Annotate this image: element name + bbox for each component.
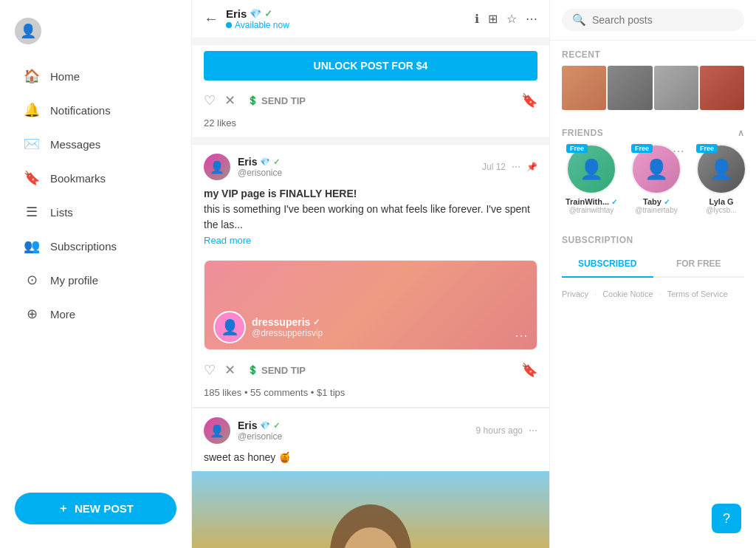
- post-stats: 22 likes: [192, 114, 549, 137]
- info-icon[interactable]: ℹ: [475, 12, 479, 26]
- verified-icon: ✓: [264, 8, 272, 19]
- creator-more-icon[interactable]: ⋯: [515, 327, 528, 343]
- vip-like-button[interactable]: ♡: [204, 362, 216, 378]
- recent-section-title: RECENT: [550, 41, 756, 66]
- sidebar-item-subscriptions[interactable]: 👥 Subscriptions: [6, 229, 185, 263]
- sidebar-item-bookmarks[interactable]: 🔖 Bookmarks: [6, 161, 185, 195]
- read-more-link[interactable]: Read more: [204, 235, 251, 246]
- honey-post-user: 👤 Eris 💎 ✓ @erisonice: [204, 417, 282, 444]
- recent-thumb-4[interactable]: [700, 66, 744, 110]
- post-more-icon[interactable]: ⋯: [512, 162, 520, 172]
- honey-post-body: sweet as honey 🍯: [192, 450, 549, 471]
- sidebar-item-label: Subscriptions: [50, 240, 117, 253]
- send-tip-button[interactable]: 💲 SEND TIP: [247, 95, 306, 106]
- unlock-button[interactable]: UNLOCK POST FOR $4: [204, 51, 537, 81]
- search-bar: 🔍: [550, 0, 756, 41]
- vip-bookmark-button[interactable]: 🔖: [521, 362, 537, 378]
- creator-name: dressuperis ✓: [252, 316, 323, 328]
- post-verified-diamond: 💎: [260, 157, 270, 167]
- search-input-wrap: 🔍: [562, 9, 744, 31]
- post-meta: Jul 12 ⋯ 📌: [482, 162, 537, 172]
- friend-verified-1: ✓: [664, 198, 670, 206]
- sidebar-item-messages[interactable]: ✉️ Messages: [6, 127, 185, 161]
- new-post-button[interactable]: ＋ NEW POST: [15, 493, 176, 524]
- more-icon: ⊕: [24, 306, 40, 322]
- vip-post-actions: ♡ ✕ 💲 SEND TIP 🔖: [192, 356, 549, 384]
- more-actions-icon[interactable]: ⋯: [526, 12, 537, 26]
- diamond-icon: 💎: [250, 8, 261, 19]
- honey-username: Eris 💎 ✓: [238, 419, 282, 431]
- creator-card: 👤 dressuperis ✓ @dressupperisvip ⋯: [204, 260, 537, 350]
- friends-section-title: FRIENDS ∧: [550, 119, 756, 144]
- post-user: 👤 Eris 💎 ✓ @erisonice: [204, 154, 282, 180]
- sidebar-item-label: Lists: [50, 206, 73, 219]
- friend-card-1: 👤 Free ⋯ Taby ✓ @trainertaby: [627, 144, 686, 214]
- post-actions: ♡ ✕ 💲 SEND TIP 🔖: [192, 86, 549, 114]
- star-icon[interactable]: ☆: [506, 12, 517, 26]
- bookmarks-icon: 🔖: [24, 170, 40, 186]
- dislike-button[interactable]: ✕: [224, 92, 236, 109]
- honey-more-icon[interactable]: ⋯: [529, 425, 537, 436]
- subscription-tabs: SUBSCRIBED FOR FREE: [562, 251, 744, 278]
- friend-free-badge-2: Free: [696, 144, 718, 153]
- vip-dislike-button[interactable]: ✕: [224, 362, 236, 378]
- locked-post: UNLOCK POST FOR $4 ♡ ✕ 💲 SEND TIP 🔖 22 l…: [192, 44, 549, 138]
- honey-post-header: 👤 Eris 💎 ✓ @erisonice 9 hours ago ⋯: [192, 408, 549, 450]
- sidebar-item-more[interactable]: ⊕ More: [6, 297, 185, 331]
- profile-icon: ⊙: [24, 272, 40, 288]
- sidebar-item-notifications[interactable]: 🔔 Notifications: [6, 93, 185, 127]
- tos-link[interactable]: Terms of Service: [667, 290, 728, 298]
- friend-avatar-wrap-2: 👤 Free: [696, 144, 746, 194]
- friend-more-button-1[interactable]: ⋯: [673, 144, 684, 158]
- square-icon[interactable]: ⊞: [488, 12, 498, 26]
- honey-post-image: [192, 471, 549, 548]
- bookmark-button[interactable]: 🔖: [521, 92, 537, 109]
- friends-grid: 👤 Free TrainWith... ✓ @trainwithtay 👤 Fr…: [550, 144, 756, 226]
- sidebar-item-label: Home: [50, 70, 80, 83]
- vip-send-tip-button[interactable]: 💲 SEND TIP: [247, 365, 306, 376]
- tip-dollar-icon: 💲: [247, 95, 258, 106]
- sidebar-item-home[interactable]: 🏠 Home: [6, 59, 185, 93]
- friend-avatar-wrap-0: 👤 Free: [566, 144, 616, 194]
- profile-header-actions: ℹ ⊞ ☆ ⋯: [475, 12, 537, 26]
- home-icon: 🏠: [24, 68, 40, 84]
- honey-post: 👤 Eris 💎 ✓ @erisonice 9 hours ago ⋯: [192, 408, 549, 548]
- creator-avatar: 👤: [213, 311, 246, 343]
- friend-verified-0: ✓: [611, 198, 617, 206]
- creator-name-block: dressuperis ✓ @dressupperisvip: [252, 316, 323, 338]
- friend-free-badge-1: Free: [631, 144, 653, 153]
- honey-verified-diamond: 💎: [260, 421, 270, 431]
- search-input[interactable]: [592, 14, 734, 26]
- subscribed-tab[interactable]: SUBSCRIBED: [562, 251, 653, 278]
- footer-links: Privacy · Cookie Notice · Terms of Servi…: [550, 278, 756, 310]
- help-button[interactable]: ?: [712, 504, 741, 533]
- profile-header-left: ← Eris 💎 ✓ Available now: [204, 7, 289, 30]
- creator-handle: @dressupperisvip: [252, 328, 323, 338]
- recent-thumb-3[interactable]: [654, 66, 698, 110]
- back-button[interactable]: ←: [204, 10, 219, 27]
- profile-name-block: Eris 💎 ✓ Available now: [226, 7, 289, 30]
- vip-tip-dollar-icon: 💲: [247, 365, 258, 375]
- recent-thumb-2[interactable]: [608, 66, 652, 110]
- recent-thumb-1[interactable]: [562, 66, 606, 110]
- sidebar-item-lists[interactable]: ☰ Lists: [6, 195, 185, 229]
- honey-user-info: Eris 💎 ✓ @erisonice: [238, 419, 282, 442]
- creator-cover: 👤 dressuperis ✓ @dressupperisvip ⋯: [205, 261, 537, 349]
- sidebar-item-label: My profile: [50, 274, 98, 287]
- left-sidebar: 👤 🏠 Home 🔔 Notifications ✉️ Messages 🔖 B…: [0, 0, 192, 548]
- creator-info: 👤 dressuperis ✓ @dressupperisvip: [213, 311, 323, 343]
- collapse-icon[interactable]: ∧: [738, 128, 745, 138]
- messages-icon: ✉️: [24, 136, 40, 152]
- sidebar-item-label: More: [50, 308, 75, 321]
- notifications-icon: 🔔: [24, 102, 40, 118]
- sidebar-item-profile[interactable]: ⊙ My profile: [6, 263, 185, 297]
- like-button[interactable]: ♡: [204, 92, 216, 109]
- for-free-tab[interactable]: FOR FREE: [653, 251, 745, 276]
- honey-post-avatar: 👤: [204, 417, 230, 444]
- right-sidebar: 🔍 RECENT FRIENDS ∧ 👤 Free TrainWith... ✓…: [549, 0, 756, 548]
- privacy-link[interactable]: Privacy: [562, 290, 588, 298]
- friend-card-0: 👤 Free TrainWith... ✓ @trainwithtay: [562, 144, 621, 214]
- friend-card-2: 👤 Free Lyla G @lycsb...: [692, 144, 751, 214]
- cookie-link[interactable]: Cookie Notice: [602, 290, 653, 298]
- user-avatar[interactable]: 👤: [15, 18, 41, 44]
